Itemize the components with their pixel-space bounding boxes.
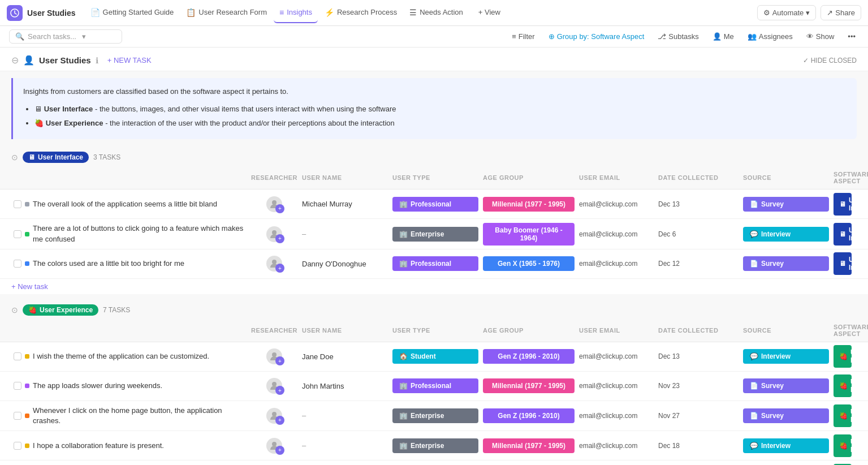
aspect-cell: 🖥 User Interface	[831, 191, 854, 218]
task-text: The overall look of the application seem…	[33, 199, 217, 209]
task-checkbox[interactable]	[14, 200, 21, 208]
col-header-researcher: RESEARCHER	[249, 321, 300, 339]
avatar-plus[interactable]: +	[275, 446, 284, 455]
user-type-badge: 🏠 Student	[392, 349, 478, 364]
task-checkbox[interactable]	[14, 230, 21, 238]
assignees-icon: 👥	[748, 32, 757, 41]
new-task-row-ui[interactable]: + New task	[0, 279, 868, 294]
task-checkbox[interactable]	[14, 260, 21, 268]
tab-label: Getting Started Guide	[103, 8, 174, 16]
filter-button[interactable]: ≡ Filter	[508, 30, 538, 43]
avatar-plus[interactable]: +	[275, 234, 284, 243]
tab-label: Research Process	[337, 8, 397, 16]
age-group-cell: Gen Z (1996 - 2010)	[481, 347, 577, 366]
user-type-cell: 🏢 Enterprise	[390, 406, 481, 425]
aspect-badge: 🖥 User Interface	[834, 252, 852, 275]
chevron-down-icon: ▾	[806, 8, 810, 17]
avatar-plus[interactable]: +	[275, 416, 284, 425]
task-checkbox[interactable]	[14, 442, 21, 450]
col-header-age-group: AGE GROUP	[481, 169, 577, 187]
source-badge: 💬 Interview	[743, 227, 829, 242]
hide-closed-button[interactable]: ✓ HIDE CLOSED	[803, 57, 857, 64]
show-button[interactable]: 👁 Show	[803, 30, 838, 43]
tab-user-research-form[interactable]: 📋User Research Form	[180, 3, 273, 23]
me-label: Me	[724, 32, 734, 41]
group-icon: 🖥	[28, 153, 35, 161]
svg-point-2	[272, 230, 277, 235]
task-text: The app loads slower during weekends.	[33, 381, 162, 391]
tab-research-process[interactable]: ⚡Research Process	[319, 3, 403, 23]
page-icon: 👤	[23, 55, 34, 66]
avatar-plus[interactable]: +	[275, 204, 284, 213]
user-type-label: Professional	[411, 200, 451, 208]
ui-desc: - the buttons, images, and other visual …	[95, 105, 396, 113]
username-cell: –	[300, 409, 390, 422]
ux-label: User Experience	[46, 119, 103, 127]
source-badge: 💬 Interview	[743, 438, 829, 453]
group-by-button[interactable]: ⊕ Group by: Software Aspect	[545, 30, 648, 43]
chevron-down-icon: ▾	[82, 32, 86, 41]
username: Michael Murray	[302, 200, 352, 208]
assignees-button[interactable]: 👥 Assignees	[744, 30, 796, 43]
col-header-user-email: USER EMAIL	[577, 169, 656, 187]
task-cell: I wish the theme of the application can …	[11, 347, 249, 366]
source-icon: 💬	[750, 230, 758, 238]
new-task-label: + NEW TASK	[107, 56, 152, 64]
user-type-label: Professional	[411, 260, 451, 268]
user-type-label: Student	[411, 352, 436, 360]
toolbar: 🔍 Search tasks... ▾ ≡ Filter ⊕ Group by:…	[0, 26, 868, 48]
source-icon: 📄	[750, 200, 758, 208]
aspect-label: User Experience	[850, 438, 868, 454]
group-collapse-ui[interactable]: ⊙	[11, 153, 18, 162]
me-icon: 👤	[712, 32, 722, 41]
researcher-cell: +	[249, 256, 300, 272]
date-cell: Dec 6	[656, 228, 741, 240]
col-header-software-aspect: SOFTWARE ASPECT	[831, 321, 854, 339]
avatar-plus[interactable]: +	[275, 356, 284, 365]
task-checkbox[interactable]	[14, 412, 21, 420]
group-collapse-ux[interactable]: ⊙	[11, 305, 18, 315]
source-badge: 📄 Survey	[743, 378, 829, 393]
task-row: I hope a collaboration feature is presen…	[0, 431, 868, 460]
source-cell: 💬 Interview	[741, 347, 831, 366]
collapse-button[interactable]: ⊖	[11, 55, 19, 66]
tab-needs-action[interactable]: ☰Needs Action	[404, 3, 469, 23]
col-header-source: SOURCE	[741, 321, 831, 339]
more-options-button[interactable]: •••	[844, 30, 859, 43]
user-type-badge: 🏢 Professional	[392, 197, 478, 212]
tab-view[interactable]: + View	[470, 3, 506, 23]
col-header-researcher: RESEARCHER	[249, 169, 300, 187]
task-priority	[25, 384, 29, 388]
aspect-icon: 🍓	[839, 352, 848, 360]
subtasks-button[interactable]: ⎇ Subtasks	[654, 30, 702, 43]
age-group-cell: Gen Z (1996 - 2010)	[481, 406, 577, 425]
avatar-plus[interactable]: +	[275, 386, 284, 395]
username-cell: Danny O'Donoghue	[300, 257, 390, 270]
aspect-icon: 🖥	[839, 230, 846, 238]
app-logo[interactable]	[7, 5, 23, 21]
user-type-icon: 🏢	[399, 200, 408, 208]
search-box[interactable]: 🔍 Search tasks... ▾	[9, 29, 122, 44]
group-label-ux: 🍓 User Experience	[23, 304, 98, 316]
task-cell: Whenever I click on the home page button…	[11, 401, 249, 430]
age-group-badge: Gen X (1965 - 1976)	[483, 256, 575, 271]
avatar-plus[interactable]: +	[275, 264, 284, 273]
new-task-button[interactable]: + NEW TASK	[103, 54, 156, 66]
task-checkbox[interactable]	[14, 352, 21, 360]
col-header-date-collected: DATE COLLECTED	[656, 169, 741, 187]
info-button[interactable]: ℹ	[96, 56, 98, 65]
tab-insights[interactable]: ≡Insights	[274, 3, 318, 23]
me-button[interactable]: 👤 Me	[709, 30, 737, 43]
task-checkbox[interactable]	[14, 382, 21, 390]
source-cell: 📄 Survey	[741, 376, 831, 395]
aspect-badge: 🍓 User Experience	[834, 404, 852, 427]
share-button[interactable]: ↗ Share	[821, 5, 861, 20]
source-label: Survey	[761, 200, 784, 208]
source-cell: 💬 Interview	[741, 225, 831, 244]
task-priority	[25, 444, 29, 448]
aspect-cell: 🍓 User Experience	[831, 343, 854, 370]
username: John Martins	[302, 382, 344, 390]
automate-button[interactable]: ⚙ Automate ▾	[757, 5, 817, 20]
tab-getting-started[interactable]: 📄Getting Started Guide	[85, 3, 180, 23]
svg-point-3	[272, 260, 277, 264]
